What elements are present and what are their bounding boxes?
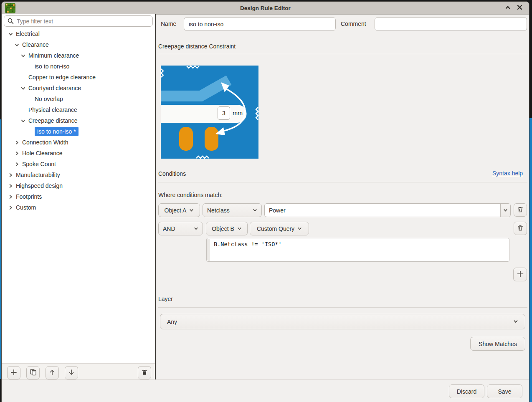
chevron-right-icon[interactable] (14, 150, 20, 157)
custom-query-editor[interactable]: B.Netclass != 'ISO*' (206, 238, 509, 262)
window-title: Design Rule Editor (2, 5, 529, 11)
tree-item-label: Physical clearance (28, 106, 77, 113)
comment-input[interactable] (375, 17, 527, 31)
filter-input[interactable] (4, 15, 153, 27)
chevron-right-icon[interactable] (8, 205, 14, 211)
chevron-down-icon[interactable] (20, 118, 26, 124)
combiner-dropdown[interactable]: AND (158, 222, 203, 235)
tree-item-label: Manufacturability (16, 172, 60, 178)
delete-condition-b-button[interactable] (514, 222, 527, 235)
section-separator (158, 182, 527, 182)
chevron-right-icon[interactable] (8, 183, 14, 189)
chevron-right-icon[interactable] (14, 139, 20, 146)
chevron-down-icon (237, 225, 242, 232)
name-input[interactable] (184, 17, 336, 31)
tree-item-courtyard-clearance[interactable]: Courtyard clearance (2, 83, 155, 94)
close-icon (517, 5, 522, 11)
section-separator (158, 54, 527, 54)
tree-item-hole-clearance[interactable]: Hole Clearance (2, 148, 155, 159)
tree-item-highspeed-design[interactable]: Highspeed design (2, 180, 155, 191)
save-button[interactable]: Save (487, 384, 522, 398)
chevron-down-icon (194, 225, 198, 232)
delete-condition-a-button[interactable] (514, 203, 527, 217)
trash-icon (517, 206, 524, 214)
combo-dropdown-button[interactable] (500, 204, 510, 217)
chevron-down-icon[interactable] (8, 31, 14, 37)
constraint-heading: Creepage distance Constraint (158, 43, 236, 50)
tree-item-copper-to-edge-clearance[interactable]: Copper to edge clearance (2, 72, 155, 83)
tree-item-label: Connection Width (22, 139, 68, 146)
tree-item-physical-clearance[interactable]: Physical clearance (2, 104, 155, 115)
tree-item-label: No overlap (35, 96, 63, 102)
chevron-down-icon (503, 207, 508, 214)
shade-window-button[interactable] (503, 3, 512, 13)
chevron-right-icon[interactable] (8, 194, 14, 200)
tree-item-no-overlap[interactable]: No overlap (2, 94, 155, 104)
add-rule-button[interactable] (7, 366, 20, 379)
tree-item-manufacturability[interactable]: Manufacturability (2, 169, 155, 180)
copy-icon (30, 369, 37, 377)
layer-select[interactable]: Any (160, 314, 525, 329)
custom-query-text[interactable]: B.Netclass != 'ISO*' (214, 241, 282, 248)
arrow-down-icon (68, 369, 75, 377)
duplicate-rule-button[interactable] (26, 366, 40, 379)
tree-item-iso-to-non-iso[interactable]: iso to non-iso (2, 61, 155, 72)
discard-button[interactable]: Discard (449, 384, 484, 398)
netclass-value-input[interactable] (265, 204, 500, 217)
tree-item-iso-to-non-iso[interactable]: iso to non-iso * (2, 126, 155, 137)
chevron-down-icon[interactable] (20, 85, 26, 91)
tree-item-creepage-distance[interactable]: Creepage distance (2, 115, 155, 126)
add-condition-button[interactable] (513, 268, 527, 281)
arrow-up-icon (49, 369, 56, 377)
tree-item-clearance[interactable]: Clearance (2, 39, 155, 50)
plus-icon (517, 270, 524, 279)
object-a-label: Object A (165, 207, 187, 214)
netclass-value-combo (264, 203, 511, 217)
layer-heading: Layer (158, 296, 173, 302)
chevron-down-icon (253, 207, 257, 214)
tree-item-custom[interactable]: Custom (2, 202, 155, 213)
creepage-value-input[interactable] (218, 106, 230, 120)
titlebar[interactable]: Design Rule Editor (2, 2, 529, 15)
chevron-right-icon[interactable] (14, 161, 20, 167)
property-a-label: Netclass (207, 207, 230, 214)
tree-item-label: Copper to edge clearance (28, 74, 96, 81)
tree-item-label: Clearance (22, 41, 49, 48)
tree-item-label: Highspeed design (16, 182, 63, 189)
tree-item-label: Custom (16, 204, 36, 211)
move-up-button[interactable] (46, 366, 59, 379)
tree-item-label: Courtyard clearance (28, 85, 81, 91)
show-matches-label: Show Matches (479, 341, 517, 347)
chevron-down-icon[interactable] (20, 53, 26, 59)
property-b-dropdown[interactable]: Custom Query (250, 222, 309, 235)
chevron-down-icon (513, 319, 518, 325)
tree-item-electrical[interactable]: Electrical (2, 28, 155, 39)
chevron-down-icon[interactable] (14, 42, 20, 48)
close-window-button[interactable] (515, 3, 524, 13)
discard-label: Discard (457, 388, 476, 395)
syntax-help-link[interactable]: Syntax help (492, 170, 523, 177)
show-matches-button[interactable]: Show Matches (470, 337, 525, 351)
tree-item-minimum-clearance[interactable]: Minimum clearance (2, 50, 155, 61)
object-b-dropdown[interactable]: Object B (206, 222, 248, 235)
delete-rule-button[interactable] (138, 366, 151, 379)
object-a-dropdown[interactable]: Object A (158, 203, 200, 217)
name-label: Name (161, 17, 176, 31)
tree-item-label: Hole Clearance (22, 150, 63, 157)
tree-item-spoke-count[interactable]: Spoke Count (2, 159, 155, 169)
tree-item-footprints[interactable]: Footprints (2, 191, 155, 202)
tree-item-label: Spoke Count (22, 161, 56, 167)
move-down-button[interactable] (65, 366, 78, 379)
tree-item-label: Creepage distance (28, 117, 78, 124)
property-a-dropdown[interactable]: Netclass (203, 203, 262, 217)
tree-item-connection-width[interactable]: Connection Width (2, 137, 155, 148)
pane-divider[interactable] (155, 14, 156, 379)
tree-item-label: iso to non-iso * (35, 127, 79, 136)
creepage-illustration (161, 66, 258, 159)
chevron-up-icon (505, 5, 511, 12)
tree-filter (4, 15, 153, 27)
trash-icon (517, 225, 524, 233)
chevron-right-icon[interactable] (8, 172, 14, 178)
comment-label: Comment (341, 17, 366, 31)
plus-icon (10, 369, 17, 377)
